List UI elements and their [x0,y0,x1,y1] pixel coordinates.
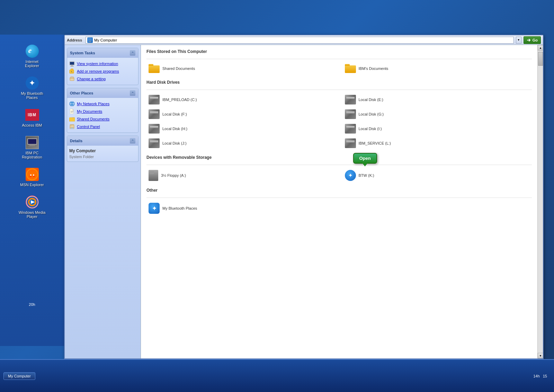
address-value: My Computer [94,38,117,42]
btw-icon: ✦ [345,170,356,181]
desktop-icon-ie[interactable]: InternetExplorer [18,44,46,68]
shared-documents-label: Shared Documents [77,117,109,121]
file-item-local-i[interactable]: Local Disk (I:) [343,122,532,135]
taskbar-clock: 14h 15 [533,374,547,378]
settings-icon [69,76,75,82]
control-panel-label: Control Panel [77,125,100,129]
addremove-icon: +- [69,69,75,74]
desktop-icon-wmp[interactable]: Windows MediaPlayer [18,195,46,219]
control-panel-link[interactable]: Control Panel [69,124,136,130]
wmp-icon [26,195,39,209]
sharedfolder-icon [69,116,75,122]
go-label: Go [533,38,538,42]
file-item-ibm-service[interactable]: IBM_SERVICE (L:) [343,137,532,149]
desktop-icon-accessibm[interactable]: IBM Access IBM [18,108,46,127]
my-network-places-label: My Network Places [77,102,109,106]
file-item-bt-places[interactable]: ✦ My Bluetooth Places [146,201,336,215]
ie-label: InternetExplorer [25,60,39,68]
file-item-local-e[interactable]: Local Disk (E:) [343,93,532,106]
shared-docs-label: Shared Documents [162,66,195,71]
details-collapse[interactable]: ⌃ [130,138,135,144]
shared-documents-link[interactable]: Shared Documents [69,116,136,122]
ibm-service-label: IBM_SERVICE (L:) [359,141,391,145]
ibmpc-label: IBM PCRegistration [22,151,42,159]
taskbar-explorer-item[interactable]: My Computer [3,372,35,380]
right-content: Files Stored on This Computer Shared Doc… [141,45,537,358]
floppy-label: 3½ Floppy (A:) [161,173,186,177]
scroll-track[interactable] [538,51,543,353]
system-tasks-collapse[interactable]: ⌃ [130,50,135,56]
scrollbar[interactable]: ▲ ▼ [537,45,543,358]
harddisk-divider [146,90,532,90]
file-item-ibm-docs[interactable]: IBM's Documents [343,63,532,74]
computer-small-icon [87,37,93,43]
sysinfo-icon [69,61,75,66]
other-places-header[interactable]: Other Places ⌃ [67,88,138,98]
hard-disk-section-title: Hard Disk Drives [146,80,532,86]
removable-grid: 3½ Floppy (A:) Open ✦ BTW (K:) [146,168,532,182]
svg-rect-6 [33,176,35,177]
local-h-label: Local Disk (H:) [162,127,187,131]
details-header[interactable]: Details ⌃ [67,136,138,146]
system-tasks-header[interactable]: System Tasks ⌃ [67,48,138,58]
taskbar-items: My Computer [0,372,39,380]
go-button[interactable]: Go [524,36,541,44]
change-setting-label: Change a setting [77,77,106,81]
bluetooth-label: My BluetoothPlaces [21,91,43,100]
address-label: Address [67,38,83,42]
desktop-icon-ibmpc[interactable]: IBM PCRegistration [18,136,46,159]
svg-rect-18 [71,65,73,66]
file-item-local-g[interactable]: Local Disk (G:) [343,108,532,120]
floppy-icon [149,170,158,181]
network-icon [69,101,75,107]
local-i-label: Local Disk (I:) [359,127,382,131]
file-item-local-h[interactable]: Local Disk (H:) [146,122,336,135]
desktop-icon-bluetooth[interactable]: ✦ My BluetoothPlaces [18,76,46,100]
svg-rect-13 [88,38,92,41]
details-content: My Computer System Folder [67,146,138,162]
details-name: My Computer [69,148,136,153]
file-item-local-f[interactable]: Local Disk (F:) [146,108,336,120]
system-tasks-title: System Tasks [70,51,95,55]
other-grid: ✦ My Bluetooth Places [146,201,532,215]
clock-time: 14h 15 [533,374,547,378]
my-network-places-link[interactable]: My Network Places [69,101,136,107]
svg-rect-2 [29,145,35,146]
ie-icon [26,45,39,58]
svg-rect-5 [29,176,32,177]
desktop-icon-msn[interactable]: MSN Explorer [18,167,46,187]
local-j-label: Local Disk (J:) [162,141,187,145]
scroll-up-button[interactable]: ▲ [538,45,543,51]
other-section-title: Other [146,188,532,194]
local-h-icon [149,124,160,134]
btw-label: BTW (K:) [359,173,374,177]
local-j-icon [149,138,160,148]
local-g-icon [345,109,356,119]
add-remove-link[interactable]: +- Add or remove programs [69,68,136,74]
file-item-shared-docs[interactable]: Shared Documents [146,63,336,74]
other-places-collapse[interactable]: ⌃ [130,90,135,96]
view-system-info-label: View system information [77,62,118,66]
svg-rect-3 [28,146,36,147]
scroll-thumb[interactable] [538,52,543,66]
shared-docs-folder-icon [149,64,160,73]
address-input[interactable]: My Computer [86,37,514,44]
left-panel: System Tasks ⌃ View syste [65,45,141,358]
change-setting-link[interactable]: Change a setting [69,76,136,82]
bt-places-label: My Bluetooth Places [162,206,197,210]
file-item-btw[interactable]: Open ✦ BTW (K:) [343,168,532,182]
ibm-service-icon [345,138,356,148]
svg-rect-15 [89,42,91,42]
svg-rect-19 [70,66,74,66]
view-system-info-link[interactable]: View system information [69,61,136,67]
removable-section-title: Devices with Removable Storage [146,155,532,161]
bt-places-icon: ✦ [149,203,160,214]
file-item-local-j[interactable]: Local Disk (J:) [146,137,336,149]
scroll-down-button[interactable]: ▼ [538,353,543,358]
file-item-floppy[interactable]: 3½ Floppy (A:) [146,168,336,182]
ibm-preload-icon [149,95,160,104]
other-places-title: Other Places [70,91,93,95]
address-dropdown[interactable]: ▼ [516,37,521,44]
file-item-ibm-preload[interactable]: IBM_PRELOAD (C:) [146,93,336,106]
my-documents-link[interactable]: My Documents [69,108,136,115]
